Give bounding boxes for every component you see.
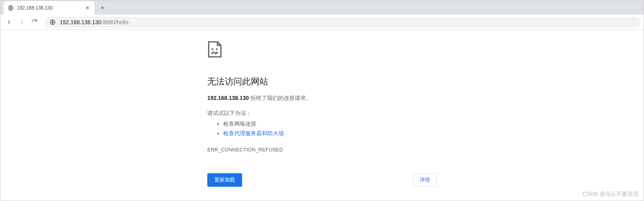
action-row: 重新加载 详情	[207, 173, 437, 187]
error-code: ERR_CONNECTION_REFUSED	[207, 147, 437, 153]
try-label: 请试试以下办法：	[207, 110, 437, 117]
details-button[interactable]: 详情	[413, 173, 437, 187]
close-tab-icon[interactable]: ✕	[84, 5, 91, 11]
new-tab-button[interactable]: +	[97, 2, 108, 13]
suggestion-check-proxy-link[interactable]: 检查代理服务器和防火墙	[223, 130, 284, 136]
tab-title: 192.168.138.130	[17, 5, 84, 11]
error-container: 无法访问此网站 192.168.138.130 拒绝了我们的连接请求。 请试试以…	[207, 41, 437, 187]
svg-rect-3	[212, 48, 213, 50]
site-info-icon[interactable]	[49, 19, 56, 25]
error-host: 192.168.138.130	[207, 95, 249, 101]
error-description: 192.168.138.130 拒绝了我们的连接请求。	[207, 95, 437, 102]
error-refused-text: 拒绝了我们的连接请求。	[249, 95, 311, 101]
suggestion-check-network: 检查网络连接	[223, 119, 437, 128]
page-content: 无法访问此网站 192.168.138.130 拒绝了我们的连接请求。 请试试以…	[0, 30, 644, 187]
error-heading: 无法访问此网站	[207, 76, 437, 88]
globe-icon	[8, 5, 14, 11]
reload-button[interactable]	[29, 17, 40, 28]
address-bar[interactable]: 192.168.138.130:8080/hello	[45, 17, 640, 28]
browser-tab[interactable]: 192.168.138.130 ✕	[4, 1, 95, 15]
url-host: 192.168.138.130	[60, 19, 101, 25]
list-item: 检查代理服务器和防火墙	[223, 129, 437, 138]
forward-button[interactable]	[16, 17, 27, 28]
browser-toolbar: 192.168.138.130:8080/hello	[0, 15, 644, 30]
watermark: CSDN @乌云不要说话	[582, 191, 638, 198]
sad-page-icon	[207, 41, 437, 60]
reload-page-button[interactable]: 重新加载	[207, 173, 242, 187]
svg-rect-4	[216, 48, 218, 50]
suggestion-list: 检查网络连接 检查代理服务器和防火墙	[207, 119, 437, 138]
back-button[interactable]	[4, 17, 15, 28]
url-path: :8080/hello	[101, 19, 129, 25]
tab-bar: 192.168.138.130 ✕ +	[0, 0, 644, 15]
